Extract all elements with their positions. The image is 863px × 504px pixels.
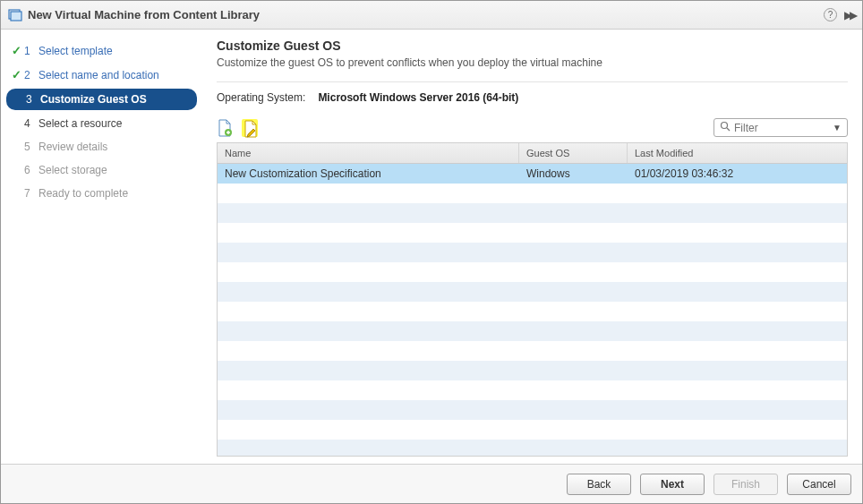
table-row-empty <box>218 282 847 302</box>
svg-point-3 <box>722 123 728 129</box>
table-row-empty <box>218 341 847 361</box>
operating-system-row: Operating System: Microsoft Windows Serv… <box>217 91 848 104</box>
filter-box[interactable]: ▼ <box>713 118 848 137</box>
finish-button[interactable]: Finish <box>713 474 778 495</box>
checkmark-icon: ✓ <box>8 68 24 81</box>
step-number: 4 <box>24 117 37 130</box>
svg-rect-1 <box>11 12 21 21</box>
checkmark-icon: ✓ <box>8 44 24 57</box>
vm-icon <box>8 8 22 22</box>
wizard-step-7: 7Ready to complete <box>1 182 202 205</box>
step-label: Select storage <box>38 164 107 176</box>
page-subtitle: Customize the guest OS to prevent confli… <box>217 56 848 69</box>
help-icon[interactable]: ? <box>824 8 837 21</box>
step-number: 2 <box>24 69 37 81</box>
table-row-empty <box>218 440 847 456</box>
cell-name: New Customization Specification <box>218 167 519 180</box>
filter-dropdown-icon[interactable]: ▼ <box>833 123 842 132</box>
table-row-empty <box>218 380 847 400</box>
cell-guest-os: Windows <box>519 167 628 180</box>
next-button[interactable]: Next <box>640 474 705 495</box>
step-number: 5 <box>24 141 37 153</box>
expand-icon[interactable]: ▶▶ <box>844 9 855 21</box>
step-label: Select template <box>38 45 113 57</box>
step-number: 7 <box>24 187 37 200</box>
table-row-empty <box>218 361 847 380</box>
search-icon <box>720 121 731 134</box>
dialog-window: New Virtual Machine from Content Library… <box>0 0 863 504</box>
title-bar: New Virtual Machine from Content Library… <box>1 1 862 30</box>
step-label: Select a resource <box>38 117 122 130</box>
table-row-empty <box>218 184 847 203</box>
col-header-name[interactable]: Name <box>218 143 519 163</box>
os-label: Operating System: <box>217 91 305 104</box>
grid-body: New Customization SpecificationWindows01… <box>218 164 847 456</box>
cancel-button[interactable]: Cancel <box>787 474 851 495</box>
step-label: Review details <box>38 141 107 153</box>
table-row-empty <box>218 223 847 243</box>
col-header-guest-os[interactable]: Guest OS <box>519 143 628 163</box>
wizard-step-5: 5Review details <box>1 135 202 158</box>
table-row[interactable]: New Customization SpecificationWindows01… <box>218 164 847 184</box>
step-number: 1 <box>24 45 37 57</box>
wizard-step-6: 6Select storage <box>1 158 202 182</box>
wizard-step-2[interactable]: ✓2Select name and location <box>1 63 202 87</box>
table-row-empty <box>218 420 847 440</box>
step-number: 3 <box>26 93 38 106</box>
table-row-empty <box>218 243 847 262</box>
spec-grid: Name Guest OS Last Modified New Customiz… <box>217 142 848 457</box>
cell-last-modified: 01/03/2019 03:46:32 <box>628 167 847 180</box>
dialog-body: ✓1Select template✓2Select name and locat… <box>1 30 862 464</box>
new-spec-icon[interactable] <box>217 119 233 137</box>
grid-header: Name Guest OS Last Modified <box>218 143 847 164</box>
grid-toolbar: ▼ <box>217 118 848 137</box>
wizard-steps: ✓1Select template✓2Select name and locat… <box>1 30 202 464</box>
step-label: Customize Guest OS <box>40 93 147 106</box>
main-panel: Customize Guest OS Customize the guest O… <box>202 30 862 464</box>
wizard-step-4: 4Select a resource <box>1 112 202 135</box>
table-row-empty <box>218 262 847 282</box>
filter-input[interactable] <box>734 122 829 134</box>
os-value: Microsoft Windows Server 2016 (64-bit) <box>318 91 518 104</box>
edit-spec-icon[interactable] <box>242 119 258 137</box>
page-heading: Customize Guest OS <box>217 38 848 53</box>
back-button[interactable]: Back <box>567 474 631 495</box>
window-title: New Virtual Machine from Content Library <box>28 8 824 21</box>
step-number: 6 <box>24 164 37 176</box>
step-label: Ready to complete <box>38 187 128 200</box>
table-row-empty <box>218 400 847 420</box>
table-row-empty <box>218 302 847 321</box>
wizard-step-3: 3Customize Guest OS <box>6 89 197 110</box>
divider <box>217 81 848 82</box>
table-row-empty <box>218 321 847 341</box>
svg-line-4 <box>727 128 730 131</box>
wizard-step-1[interactable]: ✓1Select template <box>1 38 202 63</box>
dialog-footer: Back Next Finish Cancel <box>1 464 862 503</box>
step-label: Select name and location <box>38 69 159 81</box>
table-row-empty <box>218 203 847 223</box>
col-header-last-modified[interactable]: Last Modified <box>628 143 847 163</box>
